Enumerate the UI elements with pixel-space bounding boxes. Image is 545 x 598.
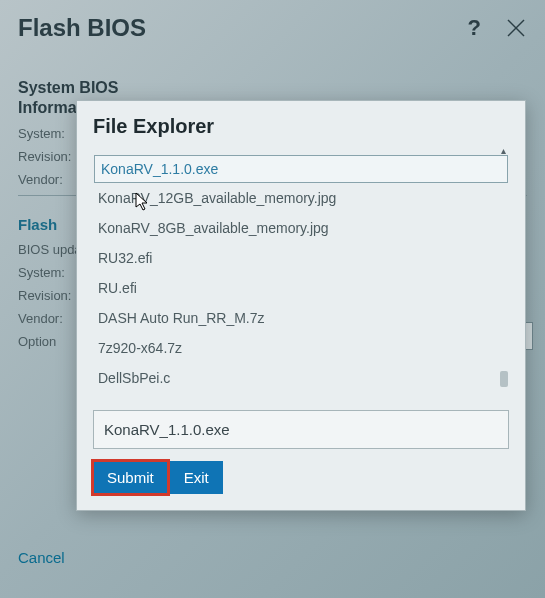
- dialog-buttons: Submit Exit: [93, 461, 509, 494]
- close-icon[interactable]: [505, 17, 527, 39]
- file-item[interactable]: RU32.efi: [94, 243, 508, 273]
- titlebar: Flash BIOS ?: [18, 14, 527, 42]
- file-list[interactable]: ▴ KonaRV_1.1.0.exe KonaRV_12GB_available…: [93, 154, 509, 394]
- file-item[interactable]: DASH Auto Run_RR_M.7z: [94, 303, 508, 333]
- section-header-flash: Flash: [18, 216, 57, 233]
- file-item[interactable]: DellSbPei.c: [94, 363, 508, 393]
- file-item[interactable]: 7z920-x64.7z: [94, 333, 508, 363]
- help-icon[interactable]: ?: [468, 15, 481, 41]
- exit-button[interactable]: Exit: [170, 461, 223, 494]
- file-explorer-dialog: File Explorer ▴ KonaRV_1.1.0.exe KonaRV_…: [76, 100, 526, 511]
- file-item[interactable]: KonaRV_8GB_available_memory.jpg: [94, 213, 508, 243]
- scrollbar-thumb[interactable]: [500, 371, 508, 387]
- selected-file-input[interactable]: KonaRV_1.1.0.exe: [93, 410, 509, 449]
- file-item[interactable]: RU.efi: [94, 273, 508, 303]
- cancel-button[interactable]: Cancel: [18, 549, 65, 566]
- title-controls: ?: [468, 15, 527, 41]
- file-item[interactable]: KonaRV_1.1.0.exe: [94, 155, 508, 183]
- scroll-up-icon[interactable]: ▴: [501, 145, 506, 156]
- file-item[interactable]: KonaRV_12GB_available_memory.jpg: [94, 183, 508, 213]
- window-title: Flash BIOS: [18, 14, 146, 42]
- submit-button[interactable]: Submit: [93, 461, 168, 494]
- dialog-title: File Explorer: [93, 115, 509, 138]
